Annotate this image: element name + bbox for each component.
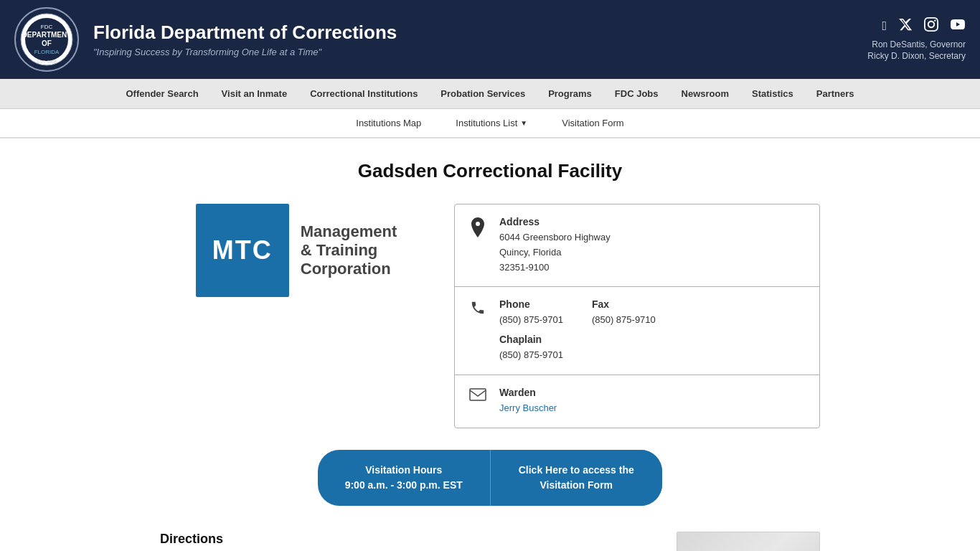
warden-label: Warden <box>499 387 806 398</box>
mtc-logo: MTC Management & Training Corporation <box>196 204 397 297</box>
nav-item-fdc-jobs[interactable]: FDC Jobs <box>603 79 670 108</box>
info-cards: Address 6044 Greensboro Highway Quincy, … <box>454 204 820 428</box>
subnav-item-institutions-map[interactable]: Institutions Map <box>339 109 438 137</box>
nav-item-visit-inmate[interactable]: Visit an Inmate <box>210 79 299 108</box>
svg-rect-8 <box>470 389 486 400</box>
nav-link-partners[interactable]: Partners <box>805 79 866 108</box>
nav-item-newsroom[interactable]: Newsroom <box>670 79 740 108</box>
nav-link-programs[interactable]: Programs <box>537 79 603 108</box>
contact-row: Phone (850) 875-9701 Chaplain (850) 875-… <box>499 298 806 363</box>
nav-link-fdc-jobs[interactable]: FDC Jobs <box>603 79 670 108</box>
dropdown-arrow-icon: ▼ <box>520 119 527 127</box>
subnav-link-institutions-list[interactable]: Institutions List ▼ <box>438 109 545 137</box>
warden-card-content: Warden Jerry Buscher <box>499 387 806 416</box>
facebook-icon[interactable]:  <box>882 19 887 34</box>
visitation-bar: Visitation Hours 9:00 a.m. - 3:00 p.m. E… <box>160 450 820 506</box>
map-thumbnail <box>677 532 820 551</box>
mtc-line2: & Training <box>301 241 397 260</box>
directions-section: Directions From I-10 take Exit 174 (SR-1… <box>160 532 820 551</box>
map-image <box>677 532 819 551</box>
youtube-icon[interactable] <box>950 17 966 35</box>
address-line1: 6044 Greensboro Highway <box>499 230 806 245</box>
subnav-link-institutions-map[interactable]: Institutions Map <box>339 109 438 137</box>
svg-text:DEPARTMENT: DEPARTMENT <box>22 31 72 39</box>
warden-card: Warden Jerry Buscher <box>455 375 819 428</box>
nav-link-correctional-institutions[interactable]: Correctional Institutions <box>298 79 429 108</box>
nav-link-statistics[interactable]: Statistics <box>740 79 805 108</box>
phone-icon <box>468 300 488 316</box>
nav-item-probation-services[interactable]: Probation Services <box>429 79 537 108</box>
nav-link-newsroom[interactable]: Newsroom <box>670 79 740 108</box>
nav-link-visit-inmate[interactable]: Visit an Inmate <box>210 79 299 108</box>
subnav-link-visitation-form[interactable]: Visitation Form <box>545 109 641 137</box>
mtc-line1: Management <box>301 222 397 241</box>
secretary-label: Ricky D. Dixon, Secretary <box>867 51 966 61</box>
fax-number: (850) 875-9710 <box>592 313 656 328</box>
nav-item-correctional-institutions[interactable]: Correctional Institutions <box>298 79 429 108</box>
nav-item-partners[interactable]: Partners <box>805 79 866 108</box>
site-header: DEPARTMENT OF FLORIDA FDC EST. 1868 Flor… <box>0 0 980 79</box>
site-tagline: "Inspiring Success by Transforming One L… <box>93 47 867 57</box>
contact-card: Phone (850) 875-9701 Chaplain (850) 875-… <box>455 287 819 375</box>
warden-name-link[interactable]: Jerry Buscher <box>499 402 557 413</box>
contact-card-content: Phone (850) 875-9701 Chaplain (850) 875-… <box>499 298 806 363</box>
address-label: Address <box>499 216 806 227</box>
instagram-icon[interactable] <box>924 17 938 35</box>
subnav-item-visitation-form[interactable]: Visitation Form <box>545 109 641 137</box>
svg-text:EST. 1868: EST. 1868 <box>37 60 57 64</box>
chaplain-label: Chaplain <box>499 334 563 345</box>
visitation-btn-group: Visitation Hours 9:00 a.m. - 3:00 p.m. E… <box>318 450 662 506</box>
visitation-form-button[interactable]: Click Here to access the Visitation Form <box>491 450 663 506</box>
phone-col: Phone (850) 875-9701 Chaplain (850) 875-… <box>499 298 563 363</box>
header-right:  Ron DeSantis, Governor Ricky D. Dixon,… <box>867 17 966 62</box>
svg-text:FLORIDA: FLORIDA <box>34 49 60 55</box>
phone-label: Phone <box>499 298 563 310</box>
phone-number: (850) 875-9701 <box>499 313 563 328</box>
vis-form-line1: Click Here to access the <box>512 463 641 478</box>
nav-link-probation-services[interactable]: Probation Services <box>429 79 537 108</box>
facility-logo-area: MTC Management & Training Corporation <box>160 204 433 297</box>
facility-title: Gadsden Correctional Facility <box>160 160 820 182</box>
address-line3: 32351-9100 <box>499 260 806 276</box>
nav-link-offender-search[interactable]: Offender Search <box>114 79 209 108</box>
address-detail: 6044 Greensboro Highway Quincy, Florida … <box>499 230 806 275</box>
main-content: Gadsden Correctional Facility MTC Manage… <box>146 138 834 551</box>
location-pin-icon <box>468 217 488 237</box>
directions-text: Directions From I-10 take Exit 174 (SR-1… <box>160 532 655 551</box>
subnav-item-institutions-list[interactable]: Institutions List ▼ <box>438 109 545 137</box>
nav-item-statistics[interactable]: Statistics <box>740 79 805 108</box>
mtc-box: MTC <box>196 204 289 297</box>
svg-text:OF: OF <box>42 39 52 47</box>
chaplain-phone: (850) 875-9701 <box>499 348 563 363</box>
vis-hours-line2: 9:00 a.m. - 3:00 p.m. EST <box>339 478 468 493</box>
header-text-block: Florida Department of Corrections "Inspi… <box>93 22 867 57</box>
governor-label: Ron DeSantis, Governor <box>867 39 966 50</box>
mtc-line3: Corporation <box>301 260 397 278</box>
vis-form-line2: Visitation Form <box>512 478 641 493</box>
fax-col: Fax (850) 875-9710 <box>592 298 656 363</box>
facility-info-row: MTC Management & Training Corporation Ad… <box>160 204 820 428</box>
vis-hours-line1: Visitation Hours <box>339 463 468 478</box>
nav-item-programs[interactable]: Programs <box>537 79 603 108</box>
twitter-icon[interactable] <box>898 17 913 35</box>
address-line2: Quincy, Florida <box>499 245 806 260</box>
fdc-logo: DEPARTMENT OF FLORIDA FDC EST. 1868 <box>14 7 79 72</box>
secondary-navigation: Institutions Map Institutions List ▼ Vis… <box>0 109 980 138</box>
nav-item-offender-search[interactable]: Offender Search <box>114 79 209 108</box>
address-card: Address 6044 Greensboro Highway Quincy, … <box>455 204 819 287</box>
directions-heading: Directions <box>160 532 655 547</box>
mtc-text-area: Management & Training Corporation <box>301 222 397 278</box>
warden-detail: Jerry Buscher <box>499 401 806 416</box>
svg-text:FDC: FDC <box>41 24 53 30</box>
visitation-hours-button[interactable]: Visitation Hours 9:00 a.m. - 3:00 p.m. E… <box>318 450 491 506</box>
social-icons-bar:  <box>882 17 966 35</box>
address-card-content: Address 6044 Greensboro Highway Quincy, … <box>499 216 806 275</box>
fax-label: Fax <box>592 298 656 310</box>
site-title: Florida Department of Corrections <box>93 22 867 44</box>
envelope-icon <box>468 388 488 401</box>
primary-navigation: Offender Search Visit an Inmate Correcti… <box>0 79 980 109</box>
header-officials: Ron DeSantis, Governor Ricky D. Dixon, S… <box>867 39 966 62</box>
